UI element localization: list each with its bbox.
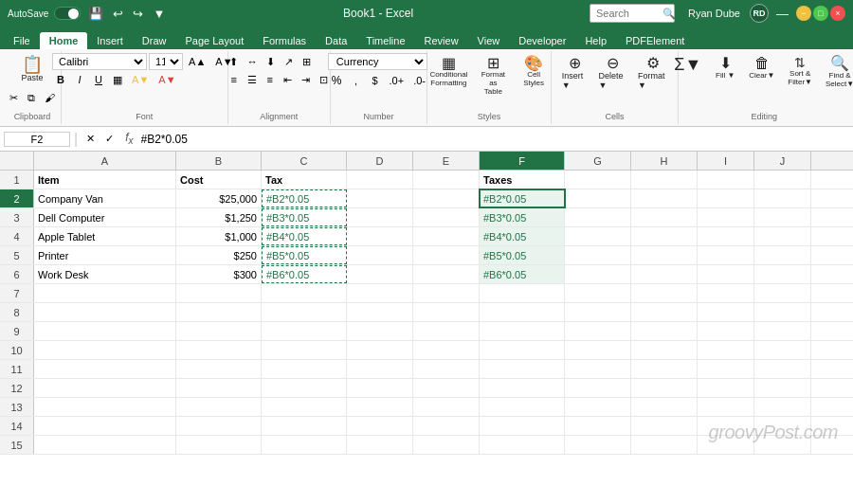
tab-pagelayout[interactable]: Page Layout	[175, 32, 253, 49]
cell-h11[interactable]	[631, 360, 698, 378]
cell-g10[interactable]	[565, 341, 631, 359]
cell-f6[interactable]: #B6*0.05 📋 (Ctrl)▼	[480, 265, 565, 283]
cell-h8[interactable]	[631, 303, 698, 321]
cell-f15[interactable]	[480, 436, 565, 454]
cell-c8[interactable]	[262, 303, 347, 321]
cell-a7[interactable]	[34, 284, 176, 302]
cell-e12[interactable]	[413, 379, 480, 397]
italic-button[interactable]: I	[71, 71, 88, 88]
cell-f2[interactable]: #B2*0.05	[480, 189, 565, 207]
cell-c13[interactable]	[262, 398, 347, 416]
cut-button[interactable]: ✂	[5, 89, 22, 106]
cell-b10[interactable]	[176, 341, 262, 359]
increase-font-button[interactable]: A▲	[185, 53, 209, 70]
cell-i9[interactable]	[698, 322, 754, 340]
cell-f8[interactable]	[480, 303, 565, 321]
cell-a6[interactable]: Work Desk	[34, 265, 176, 283]
cell-a3[interactable]: Dell Computer	[34, 208, 176, 226]
cell-e4[interactable]	[413, 227, 480, 245]
increase-decimal-button[interactable]: .0+	[386, 72, 408, 89]
cell-b5[interactable]: $250	[176, 246, 262, 264]
cell-i4[interactable]	[698, 227, 754, 245]
cell-c2[interactable]: #B2*0.05	[262, 189, 347, 207]
cell-d4[interactable]	[347, 227, 413, 245]
cell-b13[interactable]	[176, 398, 262, 416]
cell-c5[interactable]: #B5*0.05	[262, 246, 347, 264]
cell-e10[interactable]	[413, 341, 480, 359]
format-button[interactable]: ⚙ Format ▼	[633, 53, 672, 93]
cell-g6[interactable]	[565, 265, 631, 283]
cell-e9[interactable]	[413, 322, 480, 340]
cell-e1[interactable]	[413, 171, 480, 189]
cell-j4[interactable]	[754, 227, 811, 245]
cell-i8[interactable]	[698, 303, 754, 321]
cell-j9[interactable]	[754, 322, 811, 340]
cell-f14[interactable]	[480, 417, 565, 435]
cell-a8[interactable]	[34, 303, 176, 321]
cell-e5[interactable]	[413, 246, 480, 264]
cell-g11[interactable]	[565, 360, 631, 378]
cell-a2[interactable]: Company Van	[34, 189, 176, 207]
conditional-formatting-button[interactable]: ▦ ConditionalFormatting	[427, 53, 470, 91]
cell-h14[interactable]	[631, 417, 698, 435]
cell-i3[interactable]	[698, 208, 754, 226]
fill-color-button[interactable]: A▼	[128, 71, 153, 88]
cell-g15[interactable]	[565, 436, 631, 454]
tab-pdfelement[interactable]: PDFElement	[616, 32, 694, 49]
cell-c10[interactable]	[262, 341, 347, 359]
tab-help[interactable]: Help	[575, 32, 616, 49]
font-color-button[interactable]: A▼	[154, 71, 179, 88]
cell-e14[interactable]	[413, 417, 480, 435]
cell-c11[interactable]	[262, 360, 347, 378]
comma-button[interactable]: ,	[348, 72, 365, 89]
cell-i1[interactable]	[698, 171, 754, 189]
insert-button[interactable]: ⊕ Insert ▼	[557, 53, 592, 93]
formula-input[interactable]	[141, 133, 850, 146]
cell-d10[interactable]	[347, 341, 413, 359]
autosave-toggle[interactable]	[54, 7, 81, 20]
cell-a11[interactable]	[34, 360, 176, 378]
cell-h1[interactable]	[631, 171, 698, 189]
align-middle-button[interactable]: ↔	[244, 53, 262, 70]
cell-a14[interactable]	[34, 417, 176, 435]
cell-a12[interactable]	[34, 379, 176, 397]
col-header-c[interactable]: C	[262, 152, 347, 170]
increase-indent-button[interactable]: ⇥	[298, 71, 315, 88]
col-header-b[interactable]: B	[176, 152, 262, 170]
col-header-j[interactable]: J	[754, 152, 811, 170]
col-header-e[interactable]: E	[413, 152, 480, 170]
cell-h4[interactable]	[631, 227, 698, 245]
cell-a10[interactable]	[34, 341, 176, 359]
cell-f11[interactable]	[480, 360, 565, 378]
save-icon[interactable]: 💾	[86, 7, 105, 21]
cell-b14[interactable]	[176, 417, 262, 435]
cell-b12[interactable]	[176, 379, 262, 397]
cell-c6[interactable]: #B6*0.05	[262, 265, 347, 283]
cell-h3[interactable]	[631, 208, 698, 226]
cell-g5[interactable]	[565, 246, 631, 264]
cell-e2[interactable]	[413, 189, 480, 207]
tab-developer[interactable]: Developer	[509, 32, 575, 49]
cell-reference-box[interactable]	[4, 132, 70, 147]
cell-d5[interactable]	[347, 246, 413, 264]
cell-b8[interactable]	[176, 303, 262, 321]
cell-d3[interactable]	[347, 208, 413, 226]
cell-c9[interactable]	[262, 322, 347, 340]
cell-j3[interactable]	[754, 208, 811, 226]
cell-a4[interactable]: Apple Tablet	[34, 227, 176, 245]
cell-j1[interactable]	[754, 171, 811, 189]
undo-icon[interactable]: ↩	[111, 7, 125, 21]
tab-timeline[interactable]: Timeline	[356, 32, 414, 49]
find-select-button[interactable]: 🔍 Find &Select▼	[821, 53, 853, 91]
cell-g8[interactable]	[565, 303, 631, 321]
redo-icon[interactable]: ↪	[131, 7, 145, 21]
cell-d11[interactable]	[347, 360, 413, 378]
tab-home[interactable]: Home	[40, 32, 88, 49]
align-bottom-button[interactable]: ⬇	[263, 53, 280, 70]
col-header-f[interactable]: F	[480, 152, 565, 170]
cell-e15[interactable]	[413, 436, 480, 454]
cell-i11[interactable]	[698, 360, 754, 378]
col-header-g[interactable]: G	[565, 152, 631, 170]
cell-styles-button[interactable]: 🎨 CellStyles	[517, 53, 551, 91]
cell-a1[interactable]: Item	[34, 171, 176, 189]
